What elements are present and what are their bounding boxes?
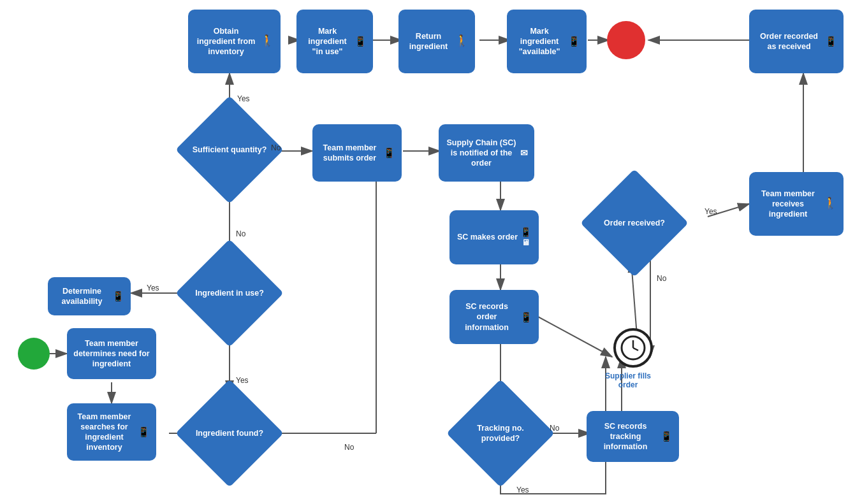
label-no-sufficient2: No — [236, 229, 245, 238]
node-sc-records-tracking: SC records tracking information 📱 — [587, 411, 679, 462]
node-mark-in-use: Mark ingredient "in use" 📱 — [296, 10, 373, 73]
node-mark-available: Mark ingredient "available" 📱 — [507, 10, 587, 73]
label-yes-received: Yes — [705, 207, 717, 216]
diamond-ingredient-in-use: Ingredient in use? — [191, 255, 268, 331]
person-icon3: 🚶 — [823, 196, 837, 211]
phone-icon6: 📱 — [383, 147, 395, 159]
node-sc-notified: Supply Chain (SC) is notified of the ord… — [439, 124, 534, 182]
supplier-fills-label: Supplier fills order — [599, 371, 657, 389]
diamond-sufficient: Sufficient quantity? — [191, 112, 268, 188]
email-icon: ✉ — [520, 147, 528, 159]
node-team-submits: Team member submits order 📱 — [312, 124, 402, 182]
node-obtain-ingredient: Obtain ingredient from inventory 🚶 — [188, 10, 281, 73]
node-order-recorded: Order recorded as received 📱 — [749, 10, 844, 73]
label-no-received: No — [657, 274, 666, 283]
diamond-tracking: Tracking no. provided? — [462, 395, 539, 472]
node-sc-makes-order: SC makes order 📱 🖥 — [449, 210, 539, 264]
computer-icon: 🖥 — [522, 238, 530, 248]
phone-icon7: 📱 — [520, 226, 531, 238]
label-yes-found: Yes — [236, 376, 249, 385]
label-no-sufficient: No — [271, 143, 281, 152]
label-yes-tracking: Yes — [516, 486, 529, 494]
phone-icon5: 📱 — [825, 35, 837, 48]
person-icon2: 🚶 — [455, 34, 469, 48]
node-determine-avail: Determine availability 📱 — [48, 277, 131, 315]
phone-icon4: 📱 — [568, 35, 580, 48]
node-return-ingredient: Return ingredient 🚶 — [398, 10, 475, 73]
label-no-found: No — [344, 443, 354, 452]
node-team-determines: Team member determines need for ingredie… — [67, 328, 156, 379]
node-team-searches: Team member searches for ingredient inve… — [67, 403, 156, 461]
node-sc-records-order: SC records order information 📱 — [449, 290, 539, 344]
phone-icon3: 📱 — [354, 35, 367, 48]
label-yes-in-use: Yes — [147, 284, 159, 292]
start-circle — [18, 338, 50, 370]
phone-icon9: 📱 — [661, 430, 673, 443]
svg-line-13 — [536, 315, 612, 357]
diamond-order-received: Order received? — [596, 185, 673, 261]
end-circle — [607, 21, 645, 59]
flowchart-diagram: Team member determines need for ingredie… — [0, 0, 862, 504]
label-no-tracking: No — [550, 424, 559, 433]
person-icon: 🚶 — [260, 34, 274, 48]
phone-icon8: 📱 — [520, 311, 532, 324]
label-yes-obtain: Yes — [237, 94, 250, 103]
phone-icon2: 📱 — [112, 290, 124, 303]
diamond-ingredient-found: Ingredient found? — [191, 395, 268, 472]
node-team-receives: Team member receives ingredient 🚶 — [749, 172, 844, 236]
phone-icon: 📱 — [138, 426, 150, 438]
clock-icon — [613, 328, 653, 368]
